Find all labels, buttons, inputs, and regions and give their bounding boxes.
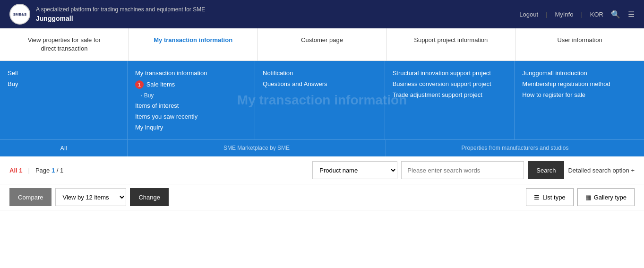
page-info: Page 1 / 1 [35, 167, 63, 174]
dropdown-col-3: Notification Questions and Answers [255, 61, 385, 139]
dropdown-structural[interactable]: Structural innovation support project [393, 68, 507, 78]
nav-item-sale[interactable]: View properties for sale fordirect trans… [0, 28, 129, 61]
myinfo-link[interactable]: MyInfo [555, 11, 573, 18]
nav-item-transaction[interactable]: My transaction information [129, 28, 258, 61]
gallery-type-icon: ▦ [585, 194, 591, 201]
dropdown-buy-sub[interactable]: · Buy [135, 91, 247, 100]
logo-text: SME&S [13, 12, 26, 17]
dropdown-col-5: Junggomall introduction Membership regis… [515, 61, 644, 139]
dropdown-col-1: Sell Buy [0, 61, 128, 139]
dropdown-my-transaction[interactable]: My transaction information [135, 68, 247, 78]
hint-sme: SME Marketplace by SME [128, 140, 386, 156]
dropdown-qna[interactable]: Questions and Answers [263, 78, 377, 89]
nav-label-sale: View properties for sale fordirect trans… [28, 36, 101, 52]
detailed-search-button[interactable]: Detailed search option + [568, 167, 635, 174]
all-button[interactable]: All [0, 140, 128, 156]
kor-link[interactable]: KOR [590, 11, 603, 18]
all-text: All [9, 167, 17, 174]
menu-icon[interactable]: ☰ [628, 10, 635, 19]
page-current: 1 [52, 167, 55, 174]
bottom-row: Compare View by 12 items View by 24 item… [0, 184, 644, 210]
dropdown-trade[interactable]: Trade adjustment support project [393, 89, 507, 100]
nav-label-user: User information [557, 36, 602, 43]
nav-item-user[interactable]: User information [515, 28, 644, 61]
divider-2: | [581, 11, 582, 18]
list-type-label: List type [542, 194, 565, 201]
sale-items-label: Sale items [146, 81, 175, 88]
tagline-text: A specialized platform for trading machi… [36, 6, 205, 13]
dropdown-buy[interactable]: Buy [8, 78, 120, 89]
dropdown-membership[interactable]: Membership registration method [522, 78, 636, 89]
compare-button[interactable]: Compare [9, 188, 52, 206]
nav-label-support: Support project information [414, 36, 488, 43]
dropdown-business[interactable]: Business conversion support project [393, 78, 507, 89]
all-row: All SME Marketplace by SME Properties fr… [0, 139, 644, 156]
logout-link[interactable]: Logout [519, 11, 538, 18]
hint-properties: Properties from manufacturers and studio… [386, 140, 644, 156]
nav-label-customer: Customer page [301, 36, 343, 43]
list-type-button[interactable]: ☰ List type [526, 188, 573, 206]
nav-item-customer[interactable]: Customer page [258, 28, 387, 61]
nav-bar: View properties for sale fordirect trans… [0, 28, 644, 61]
nav-label-transaction: My transaction information [154, 36, 232, 43]
dropdown-intro[interactable]: Junggomall introduction [522, 68, 636, 78]
dropdown-notification[interactable]: Notification [263, 68, 377, 78]
badge: 1 [135, 80, 144, 89]
page-sep: / [57, 167, 59, 174]
brand-name: Junggomall [36, 15, 73, 22]
nav-item-support[interactable]: Support project information [386, 28, 515, 61]
dropdown-register-sale[interactable]: How to register for sale [522, 89, 636, 100]
search-icon[interactable]: 🔍 [611, 10, 620, 19]
pipe-1: | [28, 167, 29, 174]
page-total: 1 [60, 167, 63, 174]
dropdown-sell[interactable]: Sell [8, 68, 120, 78]
view-select[interactable]: View by 12 items View by 24 items View b… [55, 188, 126, 206]
change-button[interactable]: Change [130, 188, 169, 206]
search-select[interactable]: Product name Seller name Product number [312, 161, 397, 179]
header: SME&S A specialized platform for trading… [0, 0, 644, 28]
header-left: SME&S A specialized platform for trading… [9, 4, 205, 25]
dropdown-items-interest[interactable]: Items of interest [135, 100, 247, 111]
gallery-type-label: Gallery type [594, 194, 627, 201]
controls-row: All 1 | Page 1 / 1 Product name Seller n… [0, 156, 644, 184]
dropdown-col-2: My transaction information 1 Sale items … [128, 61, 255, 139]
header-right: Logout | MyInfo | KOR 🔍 ☰ [519, 10, 635, 19]
logo: SME&S [9, 4, 30, 25]
dropdown-my-inquiry[interactable]: My inquiry [135, 122, 247, 133]
dropdown-overlay: My transaction information Sell Buy My t… [0, 61, 644, 139]
count-number: 1 [19, 167, 22, 174]
search-input[interactable] [401, 161, 524, 179]
page-label: Page [35, 167, 50, 174]
dropdown-col-4: Structural innovation support project Bu… [385, 61, 515, 139]
gallery-type-button[interactable]: ▦ Gallery type [577, 188, 635, 206]
list-type-icon: ☰ [534, 194, 540, 201]
all-count-label: All 1 [9, 167, 22, 174]
dropdown-sale-items[interactable]: 1 Sale items [135, 78, 247, 91]
search-button[interactable]: Search [528, 161, 564, 179]
header-tagline: A specialized platform for trading machi… [36, 5, 205, 24]
divider-1: | [546, 11, 547, 18]
dropdown-items-recent[interactable]: Items you saw recently [135, 111, 247, 122]
